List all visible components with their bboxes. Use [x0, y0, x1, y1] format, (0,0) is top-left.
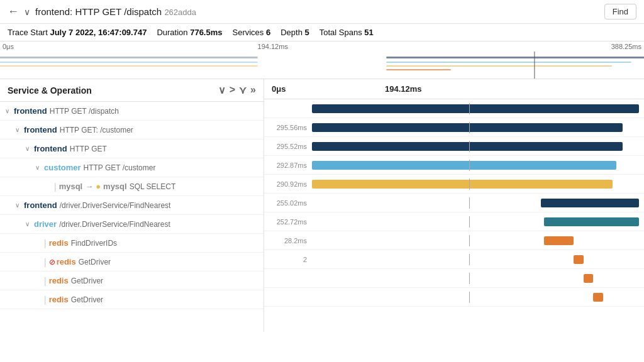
span-bar: [593, 293, 603, 302]
total-spans-label: Total Spans 51: [319, 28, 374, 37]
spans-list: ∨ frontend HTTP GET /dispatch ∨ frontend…: [0, 102, 264, 332]
bar-area: [312, 197, 639, 209]
collapse-icon[interactable]: ⋎: [239, 84, 247, 96]
svg-rect-4: [0, 65, 258, 67]
service-name: mysql: [103, 182, 127, 191]
expand-icon[interactable]: >: [230, 84, 235, 96]
chevron-icon[interactable]: ∨: [24, 7, 30, 17]
trace-start-label: Trace Start July 7 2022, 16:47:09.747: [8, 28, 147, 37]
service-left-name: mysql: [59, 182, 83, 191]
span-row-5[interactable]: | mysql → ● mysql SQL SELECT: [0, 177, 264, 196]
header: ← ∨ frontend: HTTP GET /dispatch 262adda…: [0, 0, 644, 24]
duration-label: 28.2ms: [269, 237, 307, 244]
pipe-divider: |: [44, 238, 47, 248]
time-label-0: 0μs: [3, 43, 14, 50]
bar-area: [312, 216, 639, 228]
pipe-divider: |: [44, 295, 47, 305]
bar-area: [312, 160, 639, 171]
span-row-10[interactable]: | redis GetDriver: [0, 272, 264, 290]
find-button[interactable]: Find: [604, 4, 636, 19]
time-col-0: 0μs: [272, 84, 385, 94]
span-row-11[interactable]: | redis GetDriver: [0, 290, 264, 309]
pipe-divider: |: [44, 257, 47, 267]
bars-container: 295.56ms 295.52ms 292.87ms 290.92ms 255.…: [264, 99, 644, 332]
bar-area: [312, 103, 639, 114]
chevron-icon[interactable]: ∨: [25, 221, 33, 228]
duration-label: 290.92ms: [269, 180, 307, 188]
divider-line: [469, 197, 470, 209]
duration-label: 292.87ms: [269, 162, 307, 169]
duration-label: 255.02ms: [269, 199, 307, 207]
operation-name: GetDriver: [79, 258, 111, 266]
page-title: frontend: HTTP GET /dispatch 262adda: [35, 6, 599, 17]
timeline-overview: 0μs 194.12ms 388.25ms: [0, 41, 644, 79]
span-bar: [584, 274, 594, 283]
service-name: redis: [49, 276, 69, 285]
bar-area: [312, 122, 639, 133]
left-panel: Service & Operation ∨ > ⋎ » ∨ frontend H…: [0, 79, 264, 332]
service-name: frontend: [14, 106, 47, 116]
svg-rect-5: [386, 65, 611, 67]
operation-name: GetDriver: [71, 295, 103, 304]
span-row-8[interactable]: | redis FindDriverIDs: [0, 234, 264, 253]
operation-name: /driver.DriverService/FindNearest: [59, 220, 170, 229]
chevron-icon[interactable]: ∨: [35, 164, 43, 171]
bar-area: [312, 292, 639, 303]
divider-line: [469, 216, 470, 228]
span-row-1[interactable]: ∨ frontend HTTP GET /dispatch: [0, 102, 264, 121]
time-label-mid: 194.12ms: [258, 43, 288, 50]
divider-line: [469, 292, 470, 303]
span-bar: [312, 123, 623, 132]
span-bar: [312, 142, 623, 151]
operation-name: /driver.DriverService/FindNearest: [60, 201, 171, 210]
service-name: frontend: [24, 200, 57, 210]
operation-name: HTTP GET: /customer: [60, 126, 133, 134]
pipe-divider: |: [44, 276, 47, 286]
bar-row-9: 2: [264, 250, 644, 269]
service-name: redis: [49, 238, 69, 248]
service-name: redis: [49, 295, 69, 304]
chevron-icon[interactable]: ∨: [15, 126, 23, 133]
time-label-end: 388.25ms: [611, 43, 641, 50]
left-panel-header: Service & Operation ∨ > ⋎ »: [0, 79, 264, 102]
duration-label: 295.56ms: [269, 124, 307, 131]
svg-rect-6: [386, 69, 450, 70]
span-row-4[interactable]: ∨ customer HTTP GET /customer: [0, 158, 264, 177]
collapse-all-icon[interactable]: ∨: [218, 84, 226, 96]
chevron-icon[interactable]: ∨: [5, 107, 13, 114]
back-button[interactable]: ←: [8, 5, 19, 18]
span-row-3[interactable]: ∨ frontend HTTP GET: [0, 140, 264, 158]
service-name: frontend: [34, 144, 67, 153]
right-panel-header: 0μs 194.12ms: [264, 79, 644, 99]
span-row-7[interactable]: ∨ driver /driver.DriverService/FindNeare…: [0, 215, 264, 234]
bar-row-10: [264, 269, 644, 288]
span-row-9[interactable]: | ⊘redis GetDriver: [0, 253, 264, 272]
left-panel-title: Service & Operation: [8, 85, 92, 96]
right-panel: 0μs 194.12ms 295.56ms 295.52ms 292.87ms …: [264, 79, 644, 332]
span-row-2[interactable]: ∨ frontend HTTP GET: /customer: [0, 121, 264, 140]
time-col-194: 194.12ms: [385, 84, 636, 94]
duration-label: Duration 776.5ms: [157, 28, 222, 37]
span-bar: [544, 236, 574, 245]
bar-area: [312, 178, 639, 190]
expand-all-icon[interactable]: »: [250, 84, 256, 96]
chevron-icon[interactable]: ∨: [25, 145, 33, 152]
svg-rect-3: [386, 62, 631, 63]
duration-label: 2: [269, 256, 307, 263]
trace-id: 262adda: [164, 8, 196, 17]
chevron-icon[interactable]: ∨: [15, 202, 23, 209]
bar-row-4: 292.87ms: [264, 156, 644, 175]
bar-area: [312, 141, 639, 152]
dot-icon: ●: [96, 182, 101, 191]
span-bar: [544, 217, 639, 226]
bar-row-1: [264, 99, 644, 118]
span-bar: [312, 161, 616, 170]
services-label: Services 6: [233, 28, 271, 37]
span-row-6[interactable]: ∨ frontend /driver.DriverService/FindNea…: [0, 196, 264, 215]
span-bar: [541, 199, 639, 207]
span-bar: [574, 255, 584, 264]
service-name: frontend: [24, 125, 57, 134]
operation-name: FindDriverIDs: [71, 239, 117, 248]
arrow-icon: →: [85, 182, 93, 191]
operation-name: HTTP GET /customer: [84, 163, 156, 172]
